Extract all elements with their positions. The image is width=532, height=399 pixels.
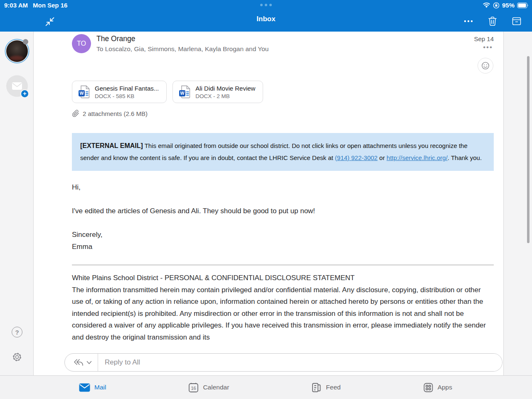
recipients-line[interactable]: To Loscalzo, Gia, Simmons, Marlena, Kayl…	[96, 45, 268, 53]
calendar-date-number: 16	[191, 385, 196, 390]
email-body: Hi, I've edited the articles of Genesis …	[72, 182, 494, 253]
reaction-smiley-button[interactable]	[478, 58, 493, 74]
more-options-icon[interactable]	[463, 16, 474, 27]
reply-strip	[34, 351, 503, 375]
multitasking-dots-icon[interactable]	[260, 4, 272, 6]
battery-percent: 95%	[502, 2, 515, 9]
attachment-meta: DOCX - 2 MB	[195, 93, 255, 99]
tab-apps[interactable]: Apps	[423, 382, 452, 393]
attachment-name: Genesis Final Fantas...	[95, 85, 159, 92]
status-time: 9:03 AM	[4, 2, 28, 9]
word-doc-icon: W	[78, 85, 90, 99]
tab-calendar[interactable]: 16 Calendar	[188, 382, 229, 393]
calendar-icon: 16	[188, 382, 199, 393]
plus-badge-icon: +	[20, 89, 29, 98]
reply-bar	[64, 353, 502, 372]
bottom-tab-bar: Mail 16 Calendar Feed	[0, 375, 532, 399]
reply-mode-button[interactable]	[65, 354, 98, 371]
settings-gear-icon[interactable]	[12, 352, 22, 362]
add-account-button[interactable]: +	[6, 75, 28, 97]
tab-label: Apps	[438, 384, 452, 391]
disclosure-body: The information transmitted herein may c…	[72, 284, 494, 344]
body-closing: Sincerely,	[72, 229, 494, 241]
attachments-summary: 2 attachments (2.6 MB)	[72, 110, 494, 117]
phone-link[interactable]: (914) 922-3002	[335, 154, 378, 161]
tab-feed[interactable]: Feed	[311, 382, 340, 393]
attachment-card[interactable]: W Genesis Final Fantas... DOCX - 585 KB	[72, 81, 167, 103]
vertical-scrollbar[interactable]	[527, 56, 530, 243]
external-email-banner: [EXTERNAL EMAIL] This email originated f…	[72, 133, 494, 171]
body-signature: Emma	[72, 241, 494, 253]
main-area: + ? TO The Orange To Loscalzo, Gia, Simm…	[0, 32, 532, 375]
svg-text:W: W	[180, 91, 185, 96]
status-date: Mon Sep 16	[33, 2, 67, 9]
nav-bar: Inbox	[0, 12, 532, 31]
battery-icon	[517, 2, 529, 8]
body-message: I've edited the articles of Genesis and …	[72, 205, 494, 217]
message-date: Sep 14	[474, 35, 494, 42]
envelope-icon	[12, 82, 22, 90]
paperclip-icon	[72, 110, 79, 117]
rotation-lock-icon	[493, 2, 500, 9]
wifi-icon	[483, 2, 490, 8]
reply-input[interactable]	[98, 354, 502, 371]
archive-icon[interactable]	[511, 16, 522, 27]
feed-icon	[311, 382, 322, 393]
message-more-icon[interactable]: •••	[483, 43, 493, 52]
attachments-summary-text: 2 attachments (2.6 MB)	[83, 110, 148, 117]
accounts-sidebar: + ?	[0, 32, 34, 375]
word-doc-icon: W	[179, 85, 190, 99]
chevron-down-icon	[86, 361, 92, 365]
page-title: Inbox	[0, 15, 532, 23]
disclosure-title: White Plains School District - PERSONAL …	[72, 272, 494, 284]
apps-grid-icon	[423, 382, 433, 393]
help-button[interactable]: ?	[12, 327, 22, 337]
banner-text: . Thank you.	[448, 154, 482, 161]
delete-icon[interactable]	[487, 16, 498, 27]
email-reading-pane: TO The Orange To Loscalzo, Gia, Simmons,…	[34, 32, 503, 375]
banner-text: or	[377, 154, 387, 161]
attachments-row: W Genesis Final Fantas... DOCX - 585 KB …	[72, 81, 494, 103]
tab-label: Mail	[94, 384, 106, 391]
sender-name: The Orange	[96, 34, 135, 43]
service-url-link[interactable]: http://service.lhric.org/	[387, 154, 448, 161]
app-header: 9:03 AM Mon Sep 16 95%	[0, 0, 532, 32]
email-header: TO The Orange To Loscalzo, Gia, Simmons,…	[72, 33, 494, 74]
status-bar: 9:03 AM Mon Sep 16 95%	[0, 2, 532, 10]
outlook-app: 9:03 AM Mon Sep 16 95%	[0, 0, 532, 399]
attachment-meta: DOCX - 585 KB	[95, 93, 159, 99]
attachment-card[interactable]: W Ali Didi Movie Review DOCX - 2 MB	[172, 81, 263, 103]
sender-avatar[interactable]: TO	[72, 34, 91, 53]
presence-dot-icon	[23, 39, 28, 44]
body-greeting: Hi,	[72, 182, 494, 194]
mail-icon	[79, 383, 90, 392]
tab-label: Calendar	[203, 384, 229, 391]
disclosure-statement: White Plains School District - PERSONAL …	[72, 272, 494, 344]
account-avatar[interactable]	[6, 40, 28, 62]
reply-all-icon	[73, 358, 84, 367]
attachment-name: Ali Didi Movie Review	[195, 85, 255, 92]
tab-label: Feed	[326, 384, 340, 391]
svg-text:W: W	[80, 91, 84, 96]
external-email-label: [EXTERNAL EMAIL]	[80, 142, 143, 149]
right-gutter	[503, 32, 532, 375]
signature-divider	[72, 265, 494, 265]
tab-mail[interactable]: Mail	[79, 383, 106, 392]
